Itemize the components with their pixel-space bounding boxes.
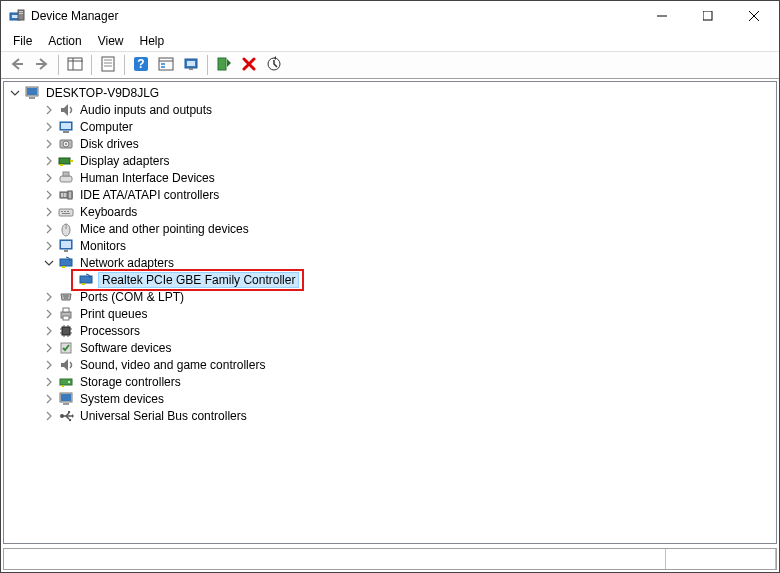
tree-item-label: Software devices (78, 341, 173, 355)
category-icon (58, 340, 74, 356)
expand-arrow-icon[interactable] (42, 392, 56, 406)
tree-item-keyboards[interactable]: Keyboards (8, 203, 772, 220)
svg-point-63 (66, 297, 68, 299)
tree-item-label: Realtek PCIe GBE Family Controller (98, 272, 299, 288)
root-label: DESKTOP-V9D8JLG (44, 86, 161, 100)
svg-rect-32 (63, 131, 69, 133)
show-hide-console-tree-button[interactable] (63, 53, 87, 77)
category-icon (58, 136, 74, 152)
category-icon (58, 374, 74, 390)
expand-arrow-icon[interactable] (42, 171, 56, 185)
svg-rect-38 (60, 164, 63, 166)
tree-item-processors[interactable]: Processors (8, 322, 772, 339)
show-hide-tree-icon (67, 56, 83, 75)
tree-item-storage-controllers[interactable]: Storage controllers (8, 373, 772, 390)
svg-point-79 (68, 381, 70, 383)
properties-button[interactable] (96, 53, 120, 77)
svg-rect-78 (62, 385, 64, 387)
help-icon: ? (133, 56, 149, 75)
svg-rect-42 (61, 193, 63, 197)
tree-item-ide-ata-atapi-controllers[interactable]: IDE ATA/ATAPI controllers (8, 186, 772, 203)
svg-rect-58 (82, 283, 85, 285)
menu-help[interactable]: Help (132, 32, 173, 50)
uninstall-device-button[interactable] (237, 53, 261, 77)
tree-item-display-adapters[interactable]: Display adapters (8, 152, 772, 169)
svg-rect-56 (62, 266, 65, 268)
svg-rect-53 (61, 241, 71, 248)
expand-arrow-icon[interactable] (42, 154, 56, 168)
update-driver-button[interactable] (179, 53, 203, 77)
tree-item-system-devices[interactable]: System devices (8, 390, 772, 407)
svg-rect-45 (59, 209, 73, 216)
svg-rect-21 (161, 66, 165, 68)
view-devices-icon (158, 56, 174, 75)
help-button[interactable]: ? (129, 53, 153, 77)
svg-point-62 (64, 297, 66, 299)
tree-item-software-devices[interactable]: Software devices (8, 339, 772, 356)
delete-icon (241, 56, 257, 75)
expand-arrow-icon[interactable] (42, 137, 56, 151)
svg-rect-20 (161, 63, 165, 65)
minimize-button[interactable] (639, 1, 685, 31)
close-button[interactable] (731, 1, 777, 31)
expand-arrow-icon[interactable] (42, 290, 56, 304)
tree-root[interactable]: DESKTOP-V9D8JLG (8, 84, 772, 101)
tree-item-ports-com-lpt-[interactable]: Ports (COM & LPT) (8, 288, 772, 305)
tree-item-sound-video-and-game-controllers[interactable]: Sound, video and game controllers (8, 356, 772, 373)
category-icon (58, 289, 74, 305)
tree-item-label: Universal Serial Bus controllers (78, 409, 249, 423)
maximize-button[interactable] (685, 1, 731, 31)
expand-arrow-icon[interactable] (42, 375, 56, 389)
view-devices-button[interactable] (154, 53, 178, 77)
svg-rect-31 (61, 123, 71, 129)
menu-view[interactable]: View (90, 32, 132, 50)
expand-arrow-icon[interactable] (42, 341, 56, 355)
category-icon (58, 357, 74, 373)
svg-text:?: ? (137, 57, 144, 71)
expand-arrow-icon[interactable] (42, 222, 56, 236)
svg-rect-65 (63, 308, 69, 312)
svg-rect-6 (703, 11, 712, 20)
svg-point-88 (69, 418, 71, 420)
tree-item-label: Audio inputs and outputs (78, 103, 214, 117)
scan-hardware-icon (266, 56, 282, 75)
back-button[interactable] (5, 53, 29, 77)
expand-arrow-icon[interactable] (42, 120, 56, 134)
expand-arrow-icon[interactable] (42, 205, 56, 219)
network-adapter-icon (78, 272, 94, 288)
expand-arrow-icon[interactable] (8, 86, 22, 100)
tree-item-realtek-nic[interactable]: Realtek PCIe GBE Family Controller (8, 271, 772, 288)
expand-arrow-icon[interactable] (42, 324, 56, 338)
statusbar (3, 548, 777, 570)
svg-rect-77 (60, 379, 72, 385)
expand-arrow-icon[interactable] (42, 358, 56, 372)
tree-item-label: Ports (COM & LPT) (78, 290, 186, 304)
svg-point-61 (67, 295, 69, 297)
menubar: File Action View Help (1, 31, 779, 51)
tree-item-human-interface-devices[interactable]: Human Interface Devices (8, 169, 772, 186)
tree-item-label: Mice and other pointing devices (78, 222, 251, 236)
expand-arrow-icon[interactable] (42, 188, 56, 202)
expand-arrow-icon[interactable] (42, 307, 56, 321)
device-tree[interactable]: DESKTOP-V9D8JLG Audio inputs and outputs… (3, 81, 777, 544)
tree-item-audio-inputs-and-outputs[interactable]: Audio inputs and outputs (8, 101, 772, 118)
tree-item-computer[interactable]: Computer (8, 118, 772, 135)
expand-arrow-icon[interactable] (42, 239, 56, 253)
expand-arrow-icon[interactable] (42, 409, 56, 423)
forward-button[interactable] (30, 53, 54, 77)
category-icon (58, 391, 74, 407)
tree-item-label: Keyboards (78, 205, 139, 219)
tree-item-print-queues[interactable]: Print queues (8, 305, 772, 322)
menu-action[interactable]: Action (40, 32, 89, 50)
enable-device-button[interactable] (212, 53, 236, 77)
menu-file[interactable]: File (5, 32, 40, 50)
scan-hardware-button[interactable] (262, 53, 286, 77)
expand-arrow-icon[interactable] (42, 103, 56, 117)
svg-rect-4 (19, 13, 23, 14)
tree-item-monitors[interactable]: Monitors (8, 237, 772, 254)
collapse-arrow-icon[interactable] (42, 256, 56, 270)
tree-item-disk-drives[interactable]: Disk drives (8, 135, 772, 152)
statusbar-section-1 (4, 549, 666, 569)
tree-item-mice-and-other-pointing-devices[interactable]: Mice and other pointing devices (8, 220, 772, 237)
tree-item-universal-serial-bus-controllers[interactable]: Universal Serial Bus controllers (8, 407, 772, 424)
